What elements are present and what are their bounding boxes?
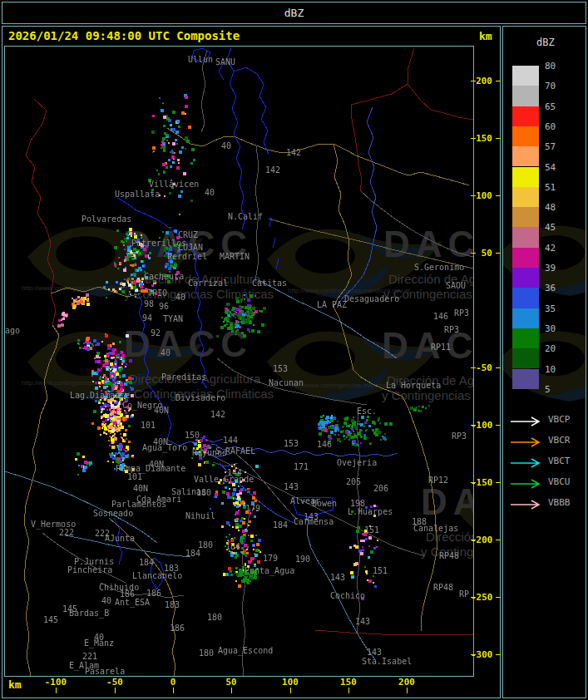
dbz-scale-block (512, 106, 539, 126)
map-place-label: Nacunan (269, 379, 304, 387)
map-place-label: 190 (295, 555, 310, 564)
map-place-label: 153 (273, 365, 288, 373)
right-axis-tick (471, 138, 476, 139)
map-place-label: 183 (165, 601, 180, 609)
window-title: dBZ (2, 7, 586, 19)
dbz-scale-block (512, 187, 539, 207)
vector-legend-label: VBCT (548, 456, 571, 466)
map-place-label: Catitas (252, 279, 287, 288)
map-place-label: Uspallata (115, 190, 160, 199)
map-place-label: 143 (355, 618, 370, 626)
map-place-label: 184 (225, 543, 240, 551)
map-place-label: Bardas_B (69, 609, 109, 618)
map-place-label: 142 (265, 166, 280, 175)
right-axis-unit-label: km (479, 30, 492, 42)
dbz-scale-value: 45 (545, 222, 556, 233)
map-place-label: S.RAFAEL (215, 447, 255, 456)
map-place-label: 180 (196, 489, 211, 497)
map-place-label: 186 (170, 624, 185, 633)
map-place-label: 179 (263, 555, 278, 563)
map-place-label: 40 (205, 189, 215, 197)
vector-arrow-icon (510, 417, 545, 426)
map-place-label: 205 (346, 478, 361, 486)
map-place-label: Potrerillos (131, 239, 186, 248)
dbz-scale-value: 20 (545, 343, 556, 354)
timestamp-label: 2026/01/24 09:48:00 UTC Composite (8, 29, 240, 42)
right-axis-tick (471, 597, 476, 598)
map-place-label: SAOU (446, 282, 466, 290)
map-place-label: 186 (146, 589, 161, 598)
bottom-axis-unit-label: km (8, 678, 22, 691)
dbz-scale-value: 51 (545, 182, 556, 193)
vector-legend-label: VBCU (548, 476, 571, 487)
right-axis-tick (471, 367, 476, 368)
bottom-axis-tick (115, 688, 116, 693)
map-place-label: Sta.Isabel (362, 658, 412, 666)
bottom-axis-tick (348, 688, 349, 693)
map-place-label: S.Geronimo (414, 264, 464, 272)
vector-legend-item: VBCT (510, 456, 545, 467)
map-place-label: 222 (59, 529, 74, 537)
map-place-label: 150 (185, 431, 200, 440)
dbz-scale-value: 42 (545, 243, 556, 254)
map-place-label: 151 (364, 526, 379, 535)
map-place-label: 171 (294, 463, 309, 471)
dbz-scale-value: 30 (545, 323, 556, 334)
vector-legend-label: VBCP (548, 414, 571, 425)
dbz-scale-value: 60 (545, 121, 556, 132)
bottom-axis-tick-label: 200 (390, 677, 423, 688)
right-axis-tick (471, 482, 476, 483)
bottom-axis-tick-label: 0 (156, 677, 190, 688)
map-place-label: 40 (175, 293, 185, 302)
right-axis-tick (496, 81, 501, 81)
map-place-label: Ant_ESA (115, 599, 150, 607)
right-axis-tick (471, 195, 476, 196)
map-place-label: 179 (245, 505, 260, 513)
map-place-label: 40 (161, 349, 170, 357)
map-place-label: 143 (367, 648, 382, 657)
map-place-label: 144 (223, 436, 238, 445)
vector-legend-item: VBBB (510, 497, 545, 509)
map-place-label: 206 (373, 485, 388, 493)
dbz-scale-block (512, 86, 539, 106)
vector-arrow-icon (510, 500, 545, 510)
right-axis-tick (496, 195, 501, 196)
dbz-scale-value: 57 (545, 141, 556, 152)
map-place-label: 146 (317, 441, 332, 449)
map-place-label: 40N (133, 485, 148, 493)
dbz-scale-value: 65 (545, 101, 556, 112)
vector-arrow-icon (510, 479, 545, 489)
map-place-label: 145 (43, 616, 58, 624)
map-place-label: RP48 (439, 552, 459, 560)
map-place-label: 40 (101, 597, 111, 605)
dbz-scale-value: 80 (545, 61, 556, 71)
map-place-label: 98 (144, 300, 154, 308)
map-place-label: 184 (273, 521, 288, 530)
map-place-label: RP3 (454, 309, 469, 318)
map-place-label: MARTIN (220, 253, 250, 261)
map-place-label: 143 (304, 513, 319, 521)
map-place-label: RP48 (433, 584, 453, 592)
map-place-label: 101 (141, 421, 156, 430)
map-place-label: Villavicen (149, 180, 199, 189)
map-place-label: 40 (221, 142, 231, 150)
vector-legend-item: VBCR (510, 435, 545, 446)
dbz-scale-value: 70 (545, 81, 556, 91)
map-place-label: RP3 (444, 326, 459, 334)
map-place-label: Agua_Escond (218, 647, 273, 655)
map-place-label: RP12 (428, 476, 448, 485)
map-place-label: Pampa_Diamante (116, 465, 185, 473)
right-axis-tick (496, 425, 501, 426)
map-place-label: Polvaredas (82, 215, 131, 224)
map-place-label: Parlamentos (111, 500, 166, 509)
map-place-label: Perdriel (167, 253, 207, 261)
map-place-label: RP (459, 590, 469, 599)
map-place-label: La Horqueta (386, 382, 441, 390)
map-place-label: TPIO (147, 289, 167, 298)
map-place-label: Pareditas (161, 373, 206, 382)
right-axis-tick (496, 540, 501, 540)
map-place-label: Lag.Diamante (70, 392, 130, 400)
bottom-axis-tick-label: -50 (98, 677, 131, 688)
map-place-label: Carrizal (188, 279, 228, 288)
dbz-scale-value: 39 (545, 263, 556, 274)
